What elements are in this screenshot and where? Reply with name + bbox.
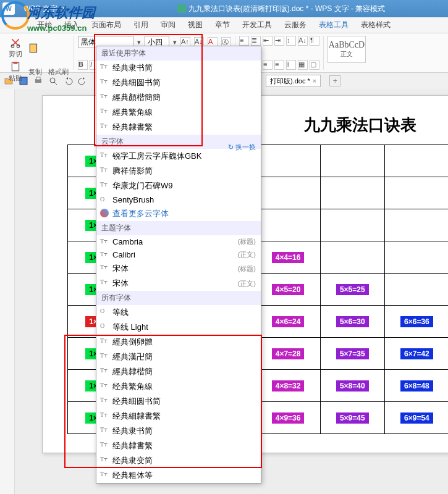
font-item[interactable]: Tᴛ经典细圆书简 <box>96 75 261 90</box>
borders-icon[interactable]: ▢ <box>310 60 319 70</box>
linespacing-icon[interactable]: ↕ <box>286 36 296 46</box>
font-item[interactable]: Tᴛ經典漢卍簡 <box>96 350 261 364</box>
font-item[interactable]: Tᴛ经典隸書繁 <box>96 120 261 135</box>
copy-button[interactable]: 复制 <box>27 66 43 78</box>
font-item[interactable]: Tᴛ腾祥倩影简 <box>96 164 261 178</box>
tab-section[interactable]: 章节 <box>209 17 236 33</box>
align-right-icon[interactable]: ≡ <box>263 60 273 70</box>
table-cell[interactable]: 4×6=24 <box>256 306 320 338</box>
font-item[interactable]: O等线 Light <box>96 320 261 335</box>
tab-cloud[interactable]: 云服务 <box>278 17 313 33</box>
font-name: 經典繁角線 <box>112 107 153 118</box>
table-cell[interactable] <box>320 145 384 177</box>
style-normal[interactable]: AaBbCcD 正文 <box>328 36 366 63</box>
font-item[interactable]: Tᴛ经典繁角線 <box>96 379 261 394</box>
app-menu-dropdown[interactable]: ▾ <box>62 4 66 13</box>
font-item[interactable]: Tᴛ經典倒卵體 <box>96 335 261 350</box>
format-painter-button[interactable]: 格式刷 <box>47 66 70 78</box>
tab-start[interactable]: 开始 <box>31 17 58 33</box>
shading-icon[interactable]: ▦ <box>298 60 308 70</box>
cell-value: 4×8=32 <box>272 380 305 391</box>
font-item[interactable]: TᴛCambria(标题) <box>96 235 261 248</box>
font-dropdown[interactable]: 最近使用字体 Tᴛ经典隶书简Tᴛ经典细圆书简Tᴛ經典顏楷簡簡Tᴛ經典繁角線Tᴛ经… <box>96 46 261 484</box>
font-item[interactable]: Tᴛ宋体(标题) <box>96 261 261 276</box>
indent-icon[interactable]: ⇥ <box>274 36 284 46</box>
add-tab-button[interactable]: + <box>329 75 340 86</box>
font-name: 经典繁角線 <box>112 381 153 392</box>
table-cell[interactable]: 5×6=30 <box>320 306 384 338</box>
font-item[interactable]: Tᴛ經典繁角線 <box>96 105 261 120</box>
paste-button[interactable]: 粘贴 <box>7 60 23 84</box>
distribute-icon[interactable]: ⫴ <box>286 60 296 70</box>
font-item[interactable]: TᴛCalibri(正文) <box>96 248 261 261</box>
font-item[interactable]: Tᴛ经典隶书简 <box>96 424 261 438</box>
font-item[interactable]: Tᴛ经典隶变简 <box>96 453 261 468</box>
table-cell[interactable]: 4×5=20 <box>256 274 320 306</box>
font-name: 宋体 <box>112 278 129 289</box>
table-cell[interactable]: 5×9=45 <box>320 402 384 434</box>
tab-review[interactable]: 审阅 <box>154 17 182 33</box>
font-item[interactable]: Tᴛ经典粗体等 <box>96 468 261 483</box>
font-item[interactable]: Tᴛ华康龙门石碑W9 <box>96 178 261 193</box>
redo-icon[interactable] <box>78 76 88 86</box>
tab-reference[interactable]: 引用 <box>127 17 154 33</box>
font-item[interactable]: Tᴛ经典隸書繁 <box>96 438 261 453</box>
table-cell[interactable]: 4×7=28 <box>256 338 320 370</box>
table-cell[interactable] <box>256 177 320 209</box>
font-item[interactable]: O等线 <box>96 305 261 320</box>
table-cell[interactable] <box>320 241 384 274</box>
table-cell[interactable]: 6×6=36 <box>384 306 448 338</box>
table-cell[interactable] <box>384 145 448 177</box>
table-cell[interactable] <box>384 274 448 306</box>
table-cell[interactable]: 6×7=42 <box>384 338 448 370</box>
font-item[interactable]: Tᴛ經典隸楷簡 <box>96 364 261 379</box>
tab-view[interactable]: 视图 <box>182 17 209 33</box>
close-tab-icon[interactable]: × <box>313 77 316 85</box>
bold-icon[interactable]: B <box>78 60 88 70</box>
table-cell[interactable] <box>256 145 320 177</box>
font-item[interactable]: Tᴛ宋体(正文) <box>96 276 261 291</box>
document-tab[interactable]: 打印版).doc * × <box>266 75 321 87</box>
more-cloud-fonts-link[interactable]: 查看更多云字体 <box>96 206 261 221</box>
table-cell[interactable]: 4×4=16 <box>256 241 320 274</box>
tab-insert[interactable]: 插入 <box>58 17 85 33</box>
font-hint: (标题) <box>238 237 256 246</box>
size-dropdown-arrow-icon[interactable]: ▾ <box>173 38 177 46</box>
font-item[interactable]: Tᴛ经典隶书简 <box>96 61 261 75</box>
tab-layout[interactable]: 页面布局 <box>85 17 127 33</box>
theme-fonts-header: 主题字体 <box>96 221 261 235</box>
font-item[interactable]: Tᴛ经典细圆书简 <box>96 394 261 409</box>
bullets-icon[interactable]: ≡ <box>239 36 249 46</box>
table-cell[interactable]: 6×8=48 <box>384 370 448 402</box>
tab-table-style[interactable]: 表格样式 <box>355 17 397 33</box>
font-item[interactable]: Tᴛ經典顏楷簡簡 <box>96 90 261 105</box>
sort-icon[interactable]: A↓ <box>298 36 308 46</box>
cell-value: 4×7=28 <box>272 348 305 359</box>
font-hint: (标题) <box>238 264 256 274</box>
cell-value: 5×5=25 <box>336 284 369 295</box>
font-dropdown-arrow-icon[interactable]: ▾ <box>137 38 141 46</box>
tab-dev[interactable]: 开发工具 <box>236 17 278 33</box>
table-cell[interactable] <box>256 209 320 241</box>
font-item[interactable]: Tᴛ经典細隸書繁 <box>96 409 261 424</box>
font-item[interactable]: Tᴛ锐字工房云字库魏体GBK <box>96 149 261 164</box>
table-cell[interactable]: 4×8=32 <box>256 370 320 402</box>
table-cell[interactable]: 5×5=25 <box>320 274 384 306</box>
table-cell[interactable]: 5×7=35 <box>320 338 384 370</box>
font-item[interactable]: OSentyBrush <box>96 193 261 206</box>
table-cell[interactable]: 6×9=54 <box>384 402 448 434</box>
numbering-icon[interactable]: ≣ <box>251 36 261 46</box>
format-highlight-icon[interactable] <box>27 41 41 55</box>
table-cell[interactable] <box>384 209 448 241</box>
table-cell[interactable] <box>384 177 448 209</box>
align-justify-icon[interactable]: ≡ <box>274 60 284 70</box>
showmarks-icon[interactable]: ¶ <box>310 36 319 46</box>
cut-button[interactable]: 剪切 <box>7 36 23 60</box>
tab-table-tools[interactable]: 表格工具 <box>313 17 355 33</box>
table-cell[interactable]: 4×9=36 <box>256 402 320 434</box>
table-cell[interactable] <box>320 177 384 209</box>
table-cell[interactable] <box>384 241 448 274</box>
outdent-icon[interactable]: ⇤ <box>263 36 273 46</box>
table-cell[interactable] <box>320 209 384 241</box>
table-cell[interactable]: 5×8=40 <box>320 370 384 402</box>
